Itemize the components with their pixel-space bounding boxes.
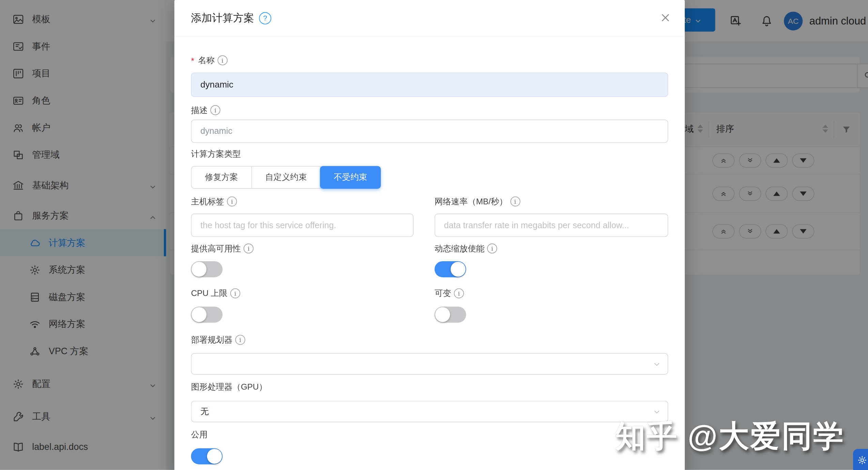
gpu-select-value: 无: [191, 401, 668, 421]
chevron-down-icon: [653, 360, 661, 367]
network-rate-label: 网络速率（MB/秒） i: [435, 196, 668, 207]
offering-type-tabs: 修复方案 自定义约束 不受约束: [191, 166, 381, 189]
dynamic-scaling-toggle[interactable]: [435, 261, 466, 277]
info-icon[interactable]: i: [244, 244, 253, 253]
info-icon[interactable]: i: [211, 105, 220, 115]
public-label: 公用: [191, 429, 668, 440]
description-field[interactable]: [191, 120, 668, 143]
volatile-toggle[interactable]: [435, 307, 466, 323]
required-asterisk: *: [191, 56, 194, 65]
info-icon[interactable]: i: [230, 288, 240, 298]
ha-label: 提供高可用性 i: [191, 243, 414, 254]
network-rate-field[interactable]: [435, 214, 668, 237]
info-icon[interactable]: i: [510, 197, 520, 206]
host-tag-label: 主机标签 i: [191, 196, 414, 207]
info-icon[interactable]: i: [454, 288, 464, 298]
tab-custom-constrained[interactable]: 自定义约束: [252, 167, 321, 188]
volatile-label: 可变 i: [435, 288, 668, 299]
modal-header: 添加计算方案 ?: [174, 0, 685, 36]
gpu-label: 图形处理器（GPU）: [191, 381, 668, 393]
info-icon[interactable]: i: [487, 244, 497, 253]
gpu-select[interactable]: 无: [191, 401, 668, 422]
planner-label: 部署规划器 i: [191, 334, 668, 346]
public-toggle[interactable]: [191, 448, 223, 464]
cpu-cap-toggle[interactable]: [191, 307, 223, 323]
screen: 模板 事件 项目 角色 帐户 管理域: [0, 0, 868, 470]
name-field[interactable]: [191, 73, 668, 97]
tab-fixed-offering[interactable]: 修复方案: [191, 167, 252, 188]
tab-custom-unconstrained[interactable]: 不受约束: [320, 166, 381, 189]
gear-icon: [857, 455, 868, 467]
info-icon[interactable]: i: [227, 197, 237, 206]
info-icon[interactable]: i: [235, 335, 245, 345]
planner-select[interactable]: [191, 353, 668, 375]
chevron-down-icon: [653, 408, 661, 415]
help-icon[interactable]: ?: [259, 12, 272, 24]
name-label: * 名称 i: [191, 55, 668, 66]
info-icon[interactable]: i: [217, 56, 227, 65]
close-icon[interactable]: [659, 12, 671, 24]
modal-body: * 名称 i 描述 i 计算方案类型 修复方案 自定义约束 不受约束 主机标签: [174, 36, 685, 464]
add-compute-offering-modal: 添加计算方案 ? * 名称 i 描述 i 计算方案类型 修复方案 自定义约束: [174, 0, 685, 470]
dynamic-scaling-label: 动态缩放使能 i: [435, 243, 668, 254]
app-stage: 模板 事件 项目 角色 帐户 管理域: [0, 0, 868, 470]
ha-toggle[interactable]: [191, 261, 223, 277]
offering-type-label: 计算方案类型: [191, 148, 668, 160]
cpu-cap-label: CPU 上限 i: [191, 288, 414, 299]
modal-title: 添加计算方案: [191, 11, 254, 25]
settings-fab[interactable]: [853, 449, 868, 470]
description-label: 描述 i: [191, 105, 668, 116]
host-tag-field[interactable]: [191, 214, 414, 237]
